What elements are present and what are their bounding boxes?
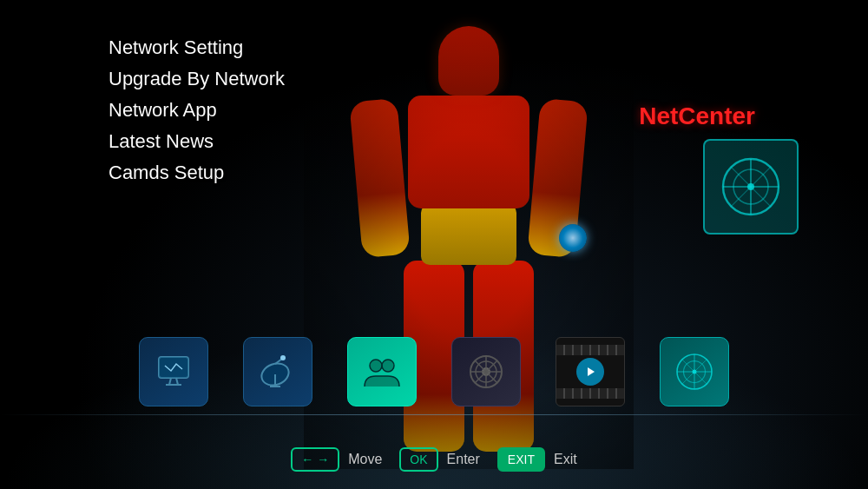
ok-action-label: Enter: [447, 452, 480, 467]
svg-line-9: [169, 378, 171, 385]
svg-point-18: [382, 360, 394, 372]
play-triangle: [583, 365, 597, 379]
satellite-svg: [256, 350, 299, 393]
move-button[interactable]: ← →: [291, 447, 339, 472]
ok-control-group: OK Enter: [399, 447, 479, 472]
netcenter-label: NetCenter: [639, 102, 755, 130]
ok-button[interactable]: OK: [399, 447, 437, 472]
network-icon-box: [703, 139, 799, 235]
network-gear-icon-btn[interactable]: [451, 337, 521, 406]
network-ring-icon: [716, 152, 786, 221]
exit-button[interactable]: EXIT: [497, 447, 545, 472]
satellite-icon-btn[interactable]: [243, 337, 312, 406]
svg-point-17: [370, 360, 382, 372]
move-action-label: Move: [348, 452, 382, 467]
main-menu: Network Setting Upgrade By Network Netwo…: [108, 35, 285, 186]
move-button-label: ← →: [301, 453, 329, 466]
horizontal-divider: [0, 414, 868, 415]
computer-svg: [152, 350, 195, 393]
network-gear-svg: [464, 350, 508, 393]
icons-row: [0, 337, 868, 406]
menu-item-latest-news[interactable]: Latest News: [108, 129, 285, 155]
play-button-circle: [576, 358, 604, 386]
computer-icon-btn[interactable]: [139, 337, 208, 406]
ring-icon-btn[interactable]: [660, 337, 729, 406]
menu-item-camds-setup[interactable]: Camds Setup: [108, 160, 285, 186]
menu-item-network-setting[interactable]: Network Setting: [108, 35, 285, 61]
svg-marker-26: [588, 367, 595, 376]
move-control-group: ← → Move: [291, 447, 382, 472]
exit-action-label: Exit: [554, 452, 577, 467]
video-strip-bottom: [556, 388, 624, 399]
svg-point-33: [693, 370, 697, 374]
svg-line-10: [176, 378, 178, 385]
svg-point-6: [747, 183, 754, 190]
video-strip-top: [556, 345, 624, 355]
video-icon-btn[interactable]: [556, 337, 625, 406]
ring-svg: [673, 350, 716, 393]
svg-point-14: [280, 355, 286, 360]
users-icon-btn[interactable]: [347, 337, 417, 406]
menu-item-upgrade-by-network[interactable]: Upgrade By Network: [108, 66, 285, 92]
exit-button-label: EXIT: [508, 453, 535, 466]
controls-bar: ← → Move OK Enter EXIT Exit: [0, 447, 868, 472]
ok-button-label: OK: [410, 453, 427, 466]
exit-control-group: EXIT Exit: [497, 447, 577, 472]
menu-item-network-app[interactable]: Network App: [108, 97, 285, 123]
users-svg: [360, 350, 404, 393]
